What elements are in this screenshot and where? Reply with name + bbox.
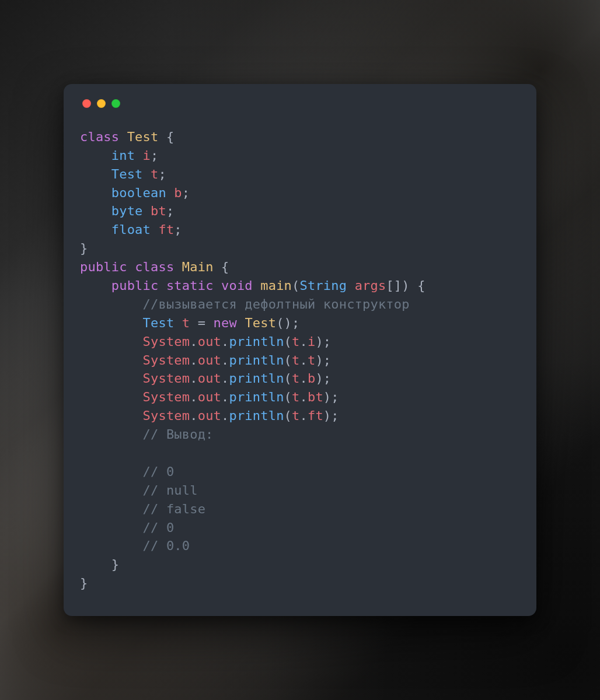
- token-punct: );: [315, 353, 331, 368]
- token-ident: i: [143, 148, 151, 163]
- token-punct: .: [221, 353, 229, 368]
- token-ident: b: [308, 371, 315, 386]
- token-punct: .: [190, 408, 197, 423]
- token-void: void: [221, 278, 260, 293]
- token-punct: [80, 204, 111, 218]
- token-kw: static: [166, 278, 221, 293]
- token-type: boolean: [111, 186, 166, 200]
- token-prop: out: [198, 334, 221, 349]
- zoom-icon[interactable]: [111, 99, 120, 108]
- token-comment: //вызывается дефолтный конструктор: [143, 297, 410, 312]
- token-punct: .: [300, 371, 308, 386]
- code-line: System.out.println(t.i);: [80, 334, 331, 349]
- token-punct: ;: [166, 204, 174, 218]
- token-punct: =: [190, 316, 213, 330]
- token-punct: [143, 167, 151, 181]
- token-punct: [80, 297, 143, 312]
- close-icon[interactable]: [82, 99, 91, 108]
- code-line: // 0: [80, 464, 174, 479]
- token-punct: [135, 148, 142, 163]
- code-line: // null: [80, 483, 198, 498]
- code-line: }: [80, 576, 88, 590]
- code-line: System.out.println(t.b);: [80, 371, 331, 386]
- token-punct: [80, 502, 143, 516]
- token-prop: out: [198, 371, 221, 386]
- token-punct: );: [315, 334, 331, 349]
- code-line: // false: [80, 502, 205, 516]
- code-line: byte bt;: [80, 204, 174, 218]
- token-punct: [80, 408, 143, 423]
- token-punct: (: [284, 353, 292, 368]
- code-line: //вызывается дефолтный конструктор: [80, 297, 410, 312]
- token-fn: main: [260, 278, 292, 293]
- token-punct: [80, 148, 111, 163]
- code-line: public static void main(String args[]) {: [80, 278, 425, 293]
- token-punct: []) {: [386, 278, 425, 293]
- token-punct: {: [158, 130, 174, 144]
- token-punct: .: [190, 390, 197, 404]
- code-line: System.out.println(t.t);: [80, 353, 331, 368]
- token-punct: }: [80, 557, 119, 572]
- token-obj: System: [143, 334, 190, 349]
- token-punct: [80, 316, 143, 330]
- code-line: Test t;: [80, 167, 166, 181]
- token-ident: t: [151, 167, 158, 181]
- token-ident: bt: [308, 390, 323, 404]
- token-method: println: [229, 408, 284, 423]
- token-comment: // Вывод:: [143, 427, 214, 442]
- token-comment: // 0.0: [143, 538, 190, 553]
- token-punct: .: [300, 390, 308, 404]
- token-punct: [80, 390, 143, 404]
- token-punct: .: [190, 371, 197, 386]
- token-punct: .: [190, 334, 197, 349]
- token-punct: (: [284, 371, 292, 386]
- token-type: byte: [111, 204, 143, 218]
- code-line: float ft;: [80, 222, 182, 237]
- token-obj: System: [143, 408, 190, 423]
- token-punct: .: [221, 371, 229, 386]
- traffic-lights: [82, 99, 520, 108]
- token-kw: public: [111, 278, 166, 293]
- token-punct: [80, 464, 143, 479]
- token-type: Test: [143, 316, 175, 330]
- token-punct: .: [221, 390, 229, 404]
- token-ident: t: [292, 334, 299, 349]
- token-punct: [80, 520, 143, 535]
- token-obj: System: [143, 390, 190, 404]
- token-class: Main: [182, 260, 214, 274]
- token-fn: Test: [245, 316, 276, 330]
- token-type: Test: [111, 167, 143, 181]
- token-punct: [151, 222, 158, 237]
- code-line: // 0.0: [80, 538, 190, 553]
- token-ident: t: [292, 408, 299, 423]
- token-punct: .: [221, 334, 229, 349]
- token-ident: t: [292, 371, 299, 386]
- token-punct: );: [323, 390, 339, 404]
- code-line: Test t = new Test();: [80, 316, 300, 330]
- token-punct: [80, 427, 143, 442]
- token-punct: ;: [174, 222, 182, 237]
- token-punct: [80, 278, 111, 293]
- token-punct: [143, 204, 151, 218]
- minimize-icon[interactable]: [97, 99, 106, 108]
- token-punct: [237, 316, 245, 330]
- code-window: class Test { int i; Test t; boolean b; b…: [64, 84, 536, 616]
- token-method: println: [229, 353, 284, 368]
- token-ident: args: [355, 278, 386, 293]
- token-ident: ft: [158, 222, 174, 237]
- token-punct: [80, 353, 143, 368]
- code-line: }: [80, 557, 119, 572]
- code-line: }: [80, 241, 88, 256]
- token-comment: // 0: [143, 464, 175, 479]
- token-ident: t: [308, 353, 315, 368]
- token-prop: out: [198, 408, 221, 423]
- token-punct: );: [323, 408, 339, 423]
- token-punct: ;: [151, 148, 158, 163]
- token-punct: [174, 316, 182, 330]
- token-prop: out: [198, 353, 221, 368]
- token-punct: [80, 538, 143, 553]
- token-method: println: [229, 334, 284, 349]
- code-line: boolean b;: [80, 186, 190, 200]
- token-punct: .: [300, 408, 308, 423]
- token-method: println: [229, 390, 284, 404]
